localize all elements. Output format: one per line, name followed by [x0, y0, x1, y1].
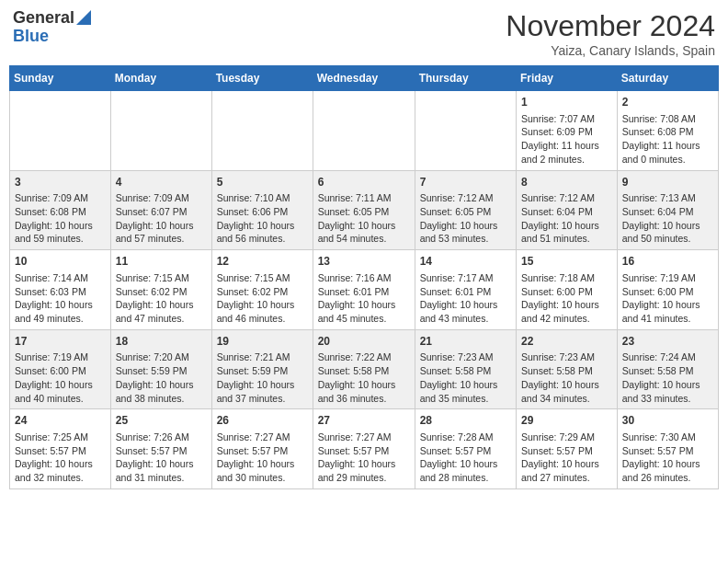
sunset-text: Sunset: 5:58 PM: [318, 365, 390, 376]
sunset-text: Sunset: 6:06 PM: [217, 206, 289, 217]
day-number: 18: [116, 334, 207, 350]
col-sunday: Sunday: [10, 66, 111, 91]
calendar-week-2: 3Sunrise: 7:09 AMSunset: 6:08 PMDaylight…: [10, 170, 719, 250]
day-number: 15: [521, 254, 612, 270]
sunset-text: Sunset: 5:57 PM: [420, 445, 492, 456]
daylight-text: Daylight: 11 hours and 2 minutes.: [521, 140, 599, 165]
sunset-text: Sunset: 6:07 PM: [116, 206, 188, 217]
day-number: 9: [622, 175, 713, 190]
logo-blue-text: Blue: [13, 28, 49, 46]
table-row: [211, 91, 313, 171]
daylight-text: Daylight: 10 hours and 50 minutes.: [622, 220, 700, 245]
sunrise-text: Sunrise: 7:11 AM: [318, 192, 392, 203]
sunrise-text: Sunrise: 7:10 AM: [217, 192, 290, 203]
table-row: 5Sunrise: 7:10 AMSunset: 6:06 PMDaylight…: [211, 170, 313, 250]
sunrise-text: Sunrise: 7:29 AM: [521, 431, 595, 442]
day-number: 12: [217, 254, 308, 270]
col-saturday: Saturday: [617, 66, 718, 91]
daylight-text: Daylight: 10 hours and 41 minutes.: [622, 299, 700, 324]
sunrise-text: Sunrise: 7:08 AM: [622, 113, 696, 124]
sunset-text: Sunset: 5:57 PM: [15, 445, 86, 456]
table-row: 6Sunrise: 7:11 AMSunset: 6:05 PMDaylight…: [313, 170, 415, 250]
col-wednesday: Wednesday: [313, 66, 415, 91]
sunset-text: Sunset: 6:04 PM: [622, 206, 694, 217]
day-number: 3: [15, 175, 106, 190]
sunset-text: Sunset: 6:08 PM: [15, 206, 86, 217]
day-number: 13: [318, 254, 410, 270]
sunset-text: Sunset: 5:58 PM: [420, 365, 492, 376]
daylight-text: Daylight: 10 hours and 46 minutes.: [217, 299, 295, 324]
table-row: 30Sunrise: 7:30 AMSunset: 5:57 PMDayligh…: [617, 409, 718, 489]
sunrise-text: Sunrise: 7:13 AM: [622, 192, 696, 203]
col-friday: Friday: [517, 66, 618, 91]
calendar-week-3: 10Sunrise: 7:14 AMSunset: 6:03 PMDayligh…: [10, 250, 719, 330]
daylight-text: Daylight: 10 hours and 27 minutes.: [521, 458, 599, 483]
sunrise-text: Sunrise: 7:28 AM: [420, 431, 494, 442]
table-row: 14Sunrise: 7:17 AMSunset: 6:01 PMDayligh…: [415, 250, 516, 330]
table-row: [415, 91, 516, 171]
table-row: 4Sunrise: 7:09 AMSunset: 6:07 PMDaylight…: [110, 170, 211, 250]
table-row: 19Sunrise: 7:21 AMSunset: 5:59 PMDayligh…: [211, 329, 313, 409]
sunset-text: Sunset: 6:05 PM: [318, 206, 390, 217]
daylight-text: Daylight: 10 hours and 32 minutes.: [15, 458, 93, 483]
table-row: 8Sunrise: 7:12 AMSunset: 6:04 PMDaylight…: [517, 170, 618, 250]
table-row: 27Sunrise: 7:27 AMSunset: 5:57 PMDayligh…: [313, 409, 415, 489]
table-row: 13Sunrise: 7:16 AMSunset: 6:01 PMDayligh…: [313, 250, 415, 330]
logo-icon: [76, 10, 91, 25]
sunrise-text: Sunrise: 7:22 AM: [318, 351, 392, 362]
table-row: 17Sunrise: 7:19 AMSunset: 6:00 PMDayligh…: [10, 329, 111, 409]
day-number: 27: [318, 413, 410, 429]
daylight-text: Daylight: 10 hours and 28 minutes.: [420, 458, 498, 483]
sunrise-text: Sunrise: 7:19 AM: [622, 272, 696, 283]
table-row: 26Sunrise: 7:27 AMSunset: 5:57 PMDayligh…: [211, 409, 313, 489]
sunset-text: Sunset: 5:57 PM: [217, 445, 289, 456]
calendar-week-1: 1Sunrise: 7:07 AMSunset: 6:09 PMDaylight…: [10, 91, 719, 171]
sunrise-text: Sunrise: 7:18 AM: [521, 272, 595, 283]
day-number: 25: [116, 413, 207, 429]
sunset-text: Sunset: 6:02 PM: [217, 286, 289, 297]
table-row: 3Sunrise: 7:09 AMSunset: 6:08 PMDaylight…: [10, 170, 111, 250]
daylight-text: Daylight: 10 hours and 33 minutes.: [622, 379, 700, 404]
day-number: 28: [420, 413, 511, 429]
table-row: 7Sunrise: 7:12 AMSunset: 6:05 PMDaylight…: [415, 170, 516, 250]
sunset-text: Sunset: 5:59 PM: [217, 365, 289, 376]
svg-marker-0: [76, 10, 91, 25]
day-number: 20: [318, 334, 410, 350]
sunrise-text: Sunrise: 7:27 AM: [318, 431, 392, 442]
page-header: General Blue November 2024 Yaiza, Canary…: [9, 9, 719, 58]
day-number: 29: [521, 413, 612, 429]
table-row: [313, 91, 415, 171]
sunset-text: Sunset: 6:02 PM: [116, 286, 188, 297]
daylight-text: Daylight: 10 hours and 29 minutes.: [318, 458, 396, 483]
day-number: 7: [420, 175, 511, 190]
day-number: 23: [622, 334, 713, 350]
daylight-text: Daylight: 10 hours and 45 minutes.: [318, 299, 396, 324]
table-row: 11Sunrise: 7:15 AMSunset: 6:02 PMDayligh…: [110, 250, 211, 330]
daylight-text: Daylight: 10 hours and 54 minutes.: [318, 220, 396, 245]
daylight-text: Daylight: 10 hours and 59 minutes.: [15, 220, 93, 245]
day-number: 14: [420, 254, 511, 270]
day-number: 24: [15, 413, 106, 429]
day-number: 6: [318, 175, 410, 190]
sunset-text: Sunset: 6:01 PM: [318, 286, 390, 297]
table-row: 1Sunrise: 7:07 AMSunset: 6:09 PMDaylight…: [517, 91, 618, 171]
sunset-text: Sunset: 5:59 PM: [116, 365, 188, 376]
table-row: 12Sunrise: 7:15 AMSunset: 6:02 PMDayligh…: [211, 250, 313, 330]
logo-general-text: General: [13, 9, 74, 28]
sunrise-text: Sunrise: 7:21 AM: [217, 351, 290, 362]
sunrise-text: Sunrise: 7:15 AM: [116, 272, 189, 283]
table-row: 16Sunrise: 7:19 AMSunset: 6:00 PMDayligh…: [617, 250, 718, 330]
day-number: 17: [15, 334, 106, 350]
sunrise-text: Sunrise: 7:30 AM: [622, 431, 696, 442]
sunrise-text: Sunrise: 7:17 AM: [420, 272, 494, 283]
day-number: 22: [521, 334, 612, 350]
sunset-text: Sunset: 6:00 PM: [15, 365, 86, 376]
daylight-text: Daylight: 10 hours and 30 minutes.: [217, 458, 295, 483]
sunrise-text: Sunrise: 7:12 AM: [420, 192, 494, 203]
daylight-text: Daylight: 10 hours and 42 minutes.: [521, 299, 599, 324]
sunrise-text: Sunrise: 7:07 AM: [521, 113, 595, 124]
sunset-text: Sunset: 6:03 PM: [15, 286, 86, 297]
daylight-text: Daylight: 10 hours and 51 minutes.: [521, 220, 599, 245]
table-row: 22Sunrise: 7:23 AMSunset: 5:58 PMDayligh…: [517, 329, 618, 409]
table-row: 28Sunrise: 7:28 AMSunset: 5:57 PMDayligh…: [415, 409, 516, 489]
